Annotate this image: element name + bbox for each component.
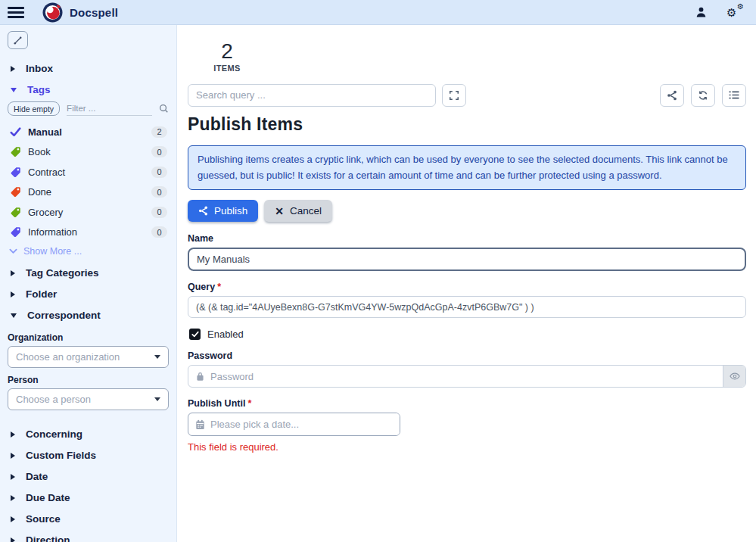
organization-select[interactable]: Choose an organization bbox=[8, 346, 169, 368]
password-input[interactable] bbox=[210, 366, 723, 387]
hide-empty-button[interactable]: Hide empty bbox=[8, 101, 60, 116]
enabled-label: Enabled bbox=[207, 329, 244, 340]
refresh-icon bbox=[698, 90, 708, 101]
section-label: Source bbox=[26, 513, 61, 525]
person-select[interactable]: Choose a person bbox=[8, 388, 169, 410]
tag-item-manual[interactable]: Manual 2 bbox=[6, 122, 170, 142]
topbar: Docspell ⚙⚙ bbox=[0, 0, 756, 25]
chevron-right-icon bbox=[11, 453, 15, 459]
publish-info-alert: Publishing items creates a cryptic link,… bbox=[188, 145, 746, 191]
expand-search-button[interactable] bbox=[442, 84, 466, 107]
search-sidebar: Inbox Tags Hide empty Manual 2 bbox=[0, 25, 177, 542]
sidebar-section-concerning[interactable]: Concerning bbox=[6, 424, 170, 444]
section-label: Tag Categories bbox=[26, 267, 99, 279]
organization-label: Organization bbox=[8, 332, 169, 343]
item-count-value: 2 bbox=[188, 40, 266, 64]
share-icon bbox=[667, 90, 677, 101]
tag-icon bbox=[9, 146, 21, 157]
tag-label: Information bbox=[28, 226, 145, 238]
sidebar-section-tag-categories[interactable]: Tag Categories bbox=[6, 263, 170, 283]
cancel-button[interactable]: ✕ Cancel bbox=[264, 200, 332, 222]
chevron-right-icon bbox=[11, 291, 15, 297]
tag-filter-input[interactable] bbox=[67, 102, 152, 116]
publish-until-label: Publish Until* bbox=[188, 398, 746, 409]
menu-icon[interactable] bbox=[8, 4, 24, 20]
app-brand[interactable]: Docspell bbox=[42, 2, 118, 23]
validation-error: This field is required. bbox=[188, 441, 746, 453]
sidebar-section-due-date[interactable]: Due Date bbox=[6, 487, 170, 508]
eye-icon bbox=[730, 372, 740, 381]
tag-icon bbox=[9, 226, 21, 238]
user-account-icon[interactable] bbox=[695, 6, 707, 18]
sidebar-section-direction[interactable]: Direction bbox=[6, 530, 170, 542]
password-label: Password bbox=[188, 350, 746, 361]
tag-item-information[interactable]: Information 0 bbox=[6, 223, 170, 243]
section-label: Tags bbox=[27, 84, 51, 95]
tag-item-contract[interactable]: Contract 0 bbox=[6, 162, 170, 182]
chevron-right-icon bbox=[11, 537, 15, 542]
refresh-button[interactable] bbox=[691, 84, 715, 107]
tag-count-badge: 0 bbox=[151, 226, 167, 238]
tag-count-badge: 0 bbox=[151, 207, 167, 218]
tag-icon bbox=[9, 186, 21, 198]
tag-item-done[interactable]: Done 0 bbox=[6, 182, 170, 203]
collapse-sidebar-button[interactable] bbox=[8, 31, 28, 49]
chevron-down-icon bbox=[9, 248, 17, 254]
chevron-right-icon bbox=[11, 270, 15, 276]
section-label: Custom Fields bbox=[26, 450, 96, 461]
enabled-checkbox[interactable]: Enabled bbox=[189, 329, 746, 340]
name-input[interactable] bbox=[188, 248, 746, 271]
resize-diagonal-icon bbox=[13, 36, 23, 45]
chevron-down-icon bbox=[11, 313, 17, 318]
tag-label: Grocery bbox=[28, 207, 145, 218]
section-label: Due Date bbox=[26, 492, 70, 503]
tag-label: Contract bbox=[28, 167, 145, 178]
search-icon bbox=[159, 104, 169, 114]
fullscreen-icon bbox=[449, 90, 459, 101]
person-label: Person bbox=[8, 375, 169, 385]
share-icon bbox=[198, 206, 208, 216]
chevron-down-icon bbox=[11, 88, 17, 92]
sidebar-section-tags[interactable]: Tags bbox=[6, 79, 170, 100]
chevron-down-icon bbox=[154, 355, 160, 359]
toggle-password-visibility-button[interactable] bbox=[723, 366, 745, 387]
sidebar-section-source[interactable]: Source bbox=[6, 509, 170, 529]
tag-label: Book bbox=[28, 146, 145, 157]
lock-icon bbox=[188, 371, 210, 382]
publish-until-input[interactable] bbox=[210, 413, 400, 435]
item-count-label: ITEMS bbox=[188, 64, 266, 73]
password-field-wrap bbox=[188, 365, 746, 388]
section-label: Date bbox=[26, 471, 48, 482]
view-menu-button[interactable] bbox=[722, 84, 746, 107]
chevron-right-icon bbox=[11, 495, 15, 501]
tag-item-book[interactable]: Book 0 bbox=[6, 142, 170, 163]
query-label: Query* bbox=[188, 282, 746, 292]
settings-gears-icon[interactable]: ⚙⚙ bbox=[727, 5, 742, 20]
item-count-stat: 2 ITEMS bbox=[188, 40, 266, 73]
query-input[interactable] bbox=[188, 296, 746, 318]
section-label: Concerning bbox=[26, 428, 82, 440]
name-label: Name bbox=[188, 233, 746, 244]
tag-count-badge: 2 bbox=[151, 126, 167, 138]
tag-label: Manual bbox=[28, 126, 145, 138]
search-query-input[interactable] bbox=[188, 84, 436, 107]
tag-icon bbox=[9, 207, 21, 218]
share-view-button[interactable] bbox=[660, 84, 684, 107]
page-title: Publish Items bbox=[188, 114, 746, 135]
show-more-link[interactable]: Show More ... bbox=[6, 242, 170, 263]
publish-button[interactable]: Publish bbox=[188, 200, 258, 222]
sidebar-section-custom-fields[interactable]: Custom Fields bbox=[6, 445, 170, 466]
sidebar-section-date[interactable]: Date bbox=[6, 466, 170, 487]
tag-item-grocery[interactable]: Grocery 0 bbox=[6, 202, 170, 223]
app-title: Docspell bbox=[70, 6, 118, 19]
list-icon bbox=[729, 90, 739, 100]
sidebar-section-inbox[interactable]: Inbox bbox=[6, 58, 170, 79]
required-marker: * bbox=[217, 282, 221, 292]
chevron-right-icon bbox=[11, 516, 15, 522]
section-label: Correspondent bbox=[27, 310, 101, 321]
chevron-down-icon bbox=[154, 397, 160, 401]
sidebar-section-folder[interactable]: Folder bbox=[6, 284, 170, 304]
docspell-logo-icon bbox=[42, 2, 63, 23]
sidebar-section-correspondent[interactable]: Correspondent bbox=[6, 305, 170, 326]
chevron-right-icon bbox=[11, 474, 15, 480]
